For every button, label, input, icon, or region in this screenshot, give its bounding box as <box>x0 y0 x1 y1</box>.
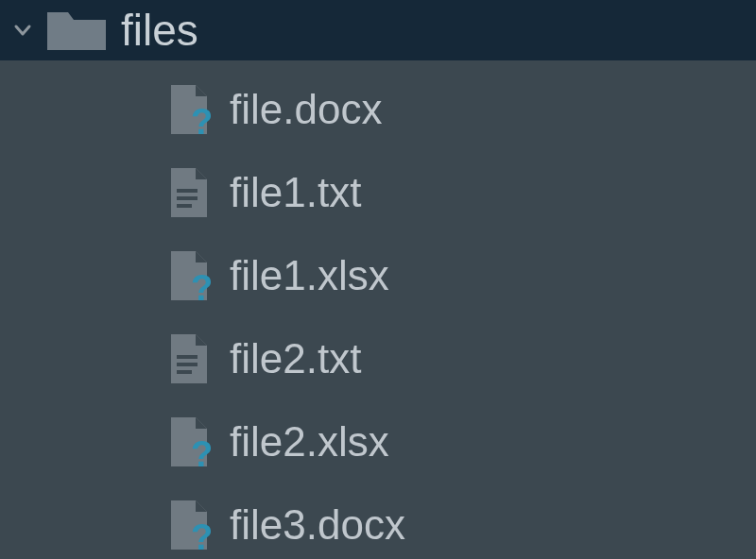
file-name: file3.docx <box>230 501 405 549</box>
file-unknown-icon: ? <box>165 498 213 552</box>
file-name: file2.xlsx <box>230 418 389 466</box>
svg-text:?: ? <box>191 102 211 136</box>
file-name: file.docx <box>230 86 382 133</box>
svg-text:?: ? <box>191 268 211 302</box>
svg-rect-6 <box>177 363 198 366</box>
file-item[interactable]: ? file1.xlsx <box>0 234 756 317</box>
svg-rect-1 <box>177 189 198 193</box>
svg-rect-3 <box>177 204 192 208</box>
file-unknown-icon: ? <box>165 82 213 137</box>
file-name: file2.txt <box>230 335 361 382</box>
file-text-icon <box>165 331 213 386</box>
file-unknown-icon: ? <box>165 248 213 303</box>
file-text-icon <box>165 165 213 220</box>
file-item[interactable]: ? file.docx <box>0 68 756 151</box>
chevron-down-icon[interactable] <box>9 17 36 43</box>
file-name: file1.xlsx <box>230 252 389 299</box>
folder-row[interactable]: files <box>0 0 756 60</box>
file-item[interactable]: file1.txt <box>0 151 756 234</box>
folder-icon <box>45 7 108 54</box>
file-name: file1.txt <box>230 169 361 216</box>
file-unknown-icon: ? <box>165 415 213 469</box>
svg-rect-7 <box>177 370 192 374</box>
file-item[interactable]: ? file2.xlsx <box>0 400 756 483</box>
svg-rect-2 <box>177 196 198 200</box>
svg-rect-5 <box>177 355 198 359</box>
file-item[interactable]: ? file3.docx <box>0 483 756 559</box>
svg-text:?: ? <box>191 517 211 551</box>
file-list: ? file.docx file1.txt ? file1.xlsx <box>0 60 756 559</box>
svg-text:?: ? <box>191 434 211 468</box>
file-item[interactable]: file2.txt <box>0 317 756 400</box>
folder-label: files <box>121 5 198 56</box>
